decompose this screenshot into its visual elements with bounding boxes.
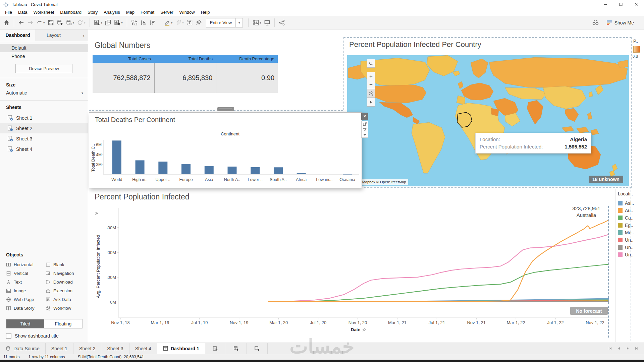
- world-map[interactable]: [347, 55, 629, 186]
- chevron-down-icon[interactable]: ▾: [84, 21, 86, 24]
- sidebar-sheet-sheet-4[interactable]: Sheet 4: [0, 144, 88, 154]
- bar-south-a-[interactable]: [274, 167, 283, 174]
- sidebar-sheet-sheet-1[interactable]: Sheet 1: [0, 113, 88, 123]
- object-data-story[interactable]: Data Story: [6, 304, 46, 312]
- object-image[interactable]: Image: [6, 287, 46, 294]
- chevron-down-icon[interactable]: ▾: [235, 18, 243, 27]
- close-button[interactable]: [629, 0, 644, 9]
- arrow-right-button[interactable]: [26, 18, 35, 27]
- menu-story[interactable]: Story: [85, 9, 101, 16]
- swap-axes-button[interactable]: [130, 18, 139, 27]
- legend-item[interactable]: Ca..: [618, 214, 643, 222]
- table-cell[interactable]: 6,895,830: [154, 63, 216, 93]
- object-vertical-container[interactable]: Vertical: [6, 269, 46, 277]
- share-button[interactable]: [277, 18, 286, 27]
- menu-format[interactable]: Format: [138, 9, 157, 16]
- menu-server[interactable]: Server: [157, 9, 176, 16]
- pause-updates-button[interactable]: ▾: [64, 18, 76, 27]
- sort-ascending-button[interactable]: [139, 18, 148, 27]
- chevron-down-icon[interactable]: ▾: [43, 21, 45, 24]
- y-axis-pin-icon[interactable]: [95, 211, 99, 216]
- menu-window[interactable]: Window: [176, 9, 198, 16]
- tab-data-source[interactable]: Data Source: [0, 343, 46, 354]
- object-text[interactable]: Text: [6, 278, 46, 286]
- device-item-phone[interactable]: Phone: [0, 52, 88, 61]
- menu-map[interactable]: Map: [123, 9, 138, 16]
- size-dropdown[interactable]: Automatic ▾: [0, 90, 88, 100]
- more-options-icon[interactable]: [363, 133, 367, 136]
- line-series-au[interactable]: [268, 220, 608, 302]
- column-header[interactable]: Total Deaths: [154, 55, 216, 63]
- tab-layout[interactable]: Layout: [36, 29, 71, 41]
- zoom-in-button[interactable]: +: [367, 72, 375, 80]
- floating-button[interactable]: Floating: [44, 319, 82, 328]
- add-data-button[interactable]: [55, 18, 64, 27]
- table-cell[interactable]: 762,588,872: [93, 63, 154, 93]
- object-horizontal-container[interactable]: Horizontal: [6, 261, 46, 268]
- legend-item[interactable]: Un..: [618, 244, 643, 251]
- bar-low-inc-[interactable]: [320, 174, 329, 174]
- tab-dashboard[interactable]: Dashboard: [0, 29, 36, 41]
- nav-prev-button[interactable]: [617, 346, 621, 351]
- menu-worksheet[interactable]: Worksheet: [30, 9, 57, 16]
- new-dashboard-tab-button[interactable]: [226, 343, 247, 354]
- new-worksheet-button[interactable]: ▾: [93, 18, 104, 27]
- tab-sheet-3[interactable]: Sheet 3: [101, 343, 129, 354]
- bar-oceania[interactable]: [343, 174, 352, 175]
- object-navigation[interactable]: Navigation: [46, 269, 86, 277]
- save-button[interactable]: [46, 18, 55, 27]
- device-preview-button[interactable]: Device Preview: [15, 64, 72, 73]
- home-button[interactable]: [2, 18, 11, 27]
- tab-sheet-1[interactable]: Sheet 1: [46, 343, 73, 354]
- nav-last-button[interactable]: [634, 346, 639, 351]
- show-dashboard-title-checkbox[interactable]: [6, 333, 11, 339]
- minimize-button[interactable]: [598, 0, 613, 9]
- bar-world[interactable]: [112, 140, 121, 174]
- use-as-filter-icon[interactable]: [363, 128, 367, 132]
- menu-data[interactable]: Data: [15, 9, 30, 16]
- bar-high-in-[interactable]: [136, 160, 145, 174]
- menu-help[interactable]: Help: [198, 9, 213, 16]
- go-to-sheet-icon[interactable]: [363, 122, 367, 126]
- tiled-button[interactable]: Tiled: [6, 319, 44, 328]
- map-search-button[interactable]: [367, 59, 375, 68]
- show-mark-labels-button[interactable]: [185, 18, 194, 27]
- maximize-button[interactable]: [613, 0, 629, 9]
- legend-item[interactable]: Asi..: [618, 199, 643, 207]
- unknown-count-badge[interactable]: 18 unknown: [589, 176, 623, 183]
- chevron-down-icon[interactable]: ▾: [121, 21, 123, 24]
- object-workflow[interactable]: Workflow: [46, 304, 86, 312]
- chevron-down-icon[interactable]: ▾: [73, 21, 74, 24]
- legend-item[interactable]: Au..: [618, 207, 643, 214]
- menu-analysis[interactable]: Analysis: [101, 9, 123, 16]
- bar-north-a-[interactable]: [228, 167, 237, 174]
- nav-first-button[interactable]: [608, 346, 612, 351]
- device-item-default[interactable]: Default: [0, 44, 88, 52]
- tab-dashboard-1[interactable]: Dashboard 1: [157, 343, 205, 354]
- map-legend-gradient-swatch[interactable]: [633, 46, 640, 53]
- bar-africa[interactable]: [297, 173, 306, 174]
- duplicate-button[interactable]: [104, 18, 113, 27]
- sort-descending-button[interactable]: [148, 18, 157, 27]
- menu-dashboard[interactable]: Dashboard: [57, 9, 85, 16]
- legend-item[interactable]: Un..: [618, 251, 643, 258]
- map-controls-expand-button[interactable]: [367, 98, 375, 106]
- redo-button[interactable]: ▾: [35, 18, 46, 27]
- sidebar-sheet-sheet-2[interactable]: Sheet 2: [0, 123, 88, 133]
- zoom-home-button[interactable]: [367, 89, 375, 98]
- find-button[interactable]: [591, 18, 600, 27]
- bar-upper-[interactable]: [158, 162, 167, 174]
- chevron-down-icon[interactable]: ▾: [101, 21, 103, 24]
- object-ask-data[interactable]: Ask Data: [46, 296, 86, 303]
- x-axis-pin-icon[interactable]: [362, 328, 366, 332]
- bar-lower-[interactable]: [251, 167, 260, 174]
- floating-window-drag-handle[interactable]: [217, 107, 234, 111]
- chevron-down-icon[interactable]: ▾: [182, 21, 184, 24]
- legend-item[interactable]: Me..: [618, 229, 643, 236]
- object-download[interactable]: Download: [46, 278, 86, 286]
- chevron-down-icon[interactable]: ▾: [171, 21, 173, 24]
- menu-file[interactable]: File: [2, 9, 15, 16]
- show-me-button[interactable]: Show Me: [606, 20, 634, 25]
- line-series-ca[interactable]: [268, 264, 608, 302]
- object-extension[interactable]: Extension: [46, 287, 86, 294]
